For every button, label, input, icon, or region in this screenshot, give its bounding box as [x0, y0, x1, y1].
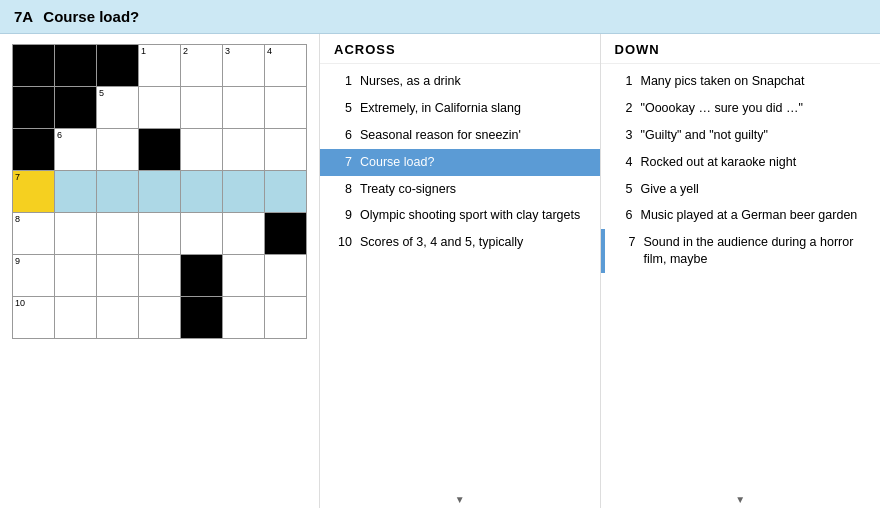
down-scroll-icon: ▼: [735, 494, 745, 505]
down-clue-item[interactable]: 2"Ooookay … sure you did …": [601, 95, 881, 122]
clue-text: Nurses, as a drink: [360, 73, 586, 90]
grid-cell[interactable]: [181, 171, 223, 213]
grid-cell[interactable]: [181, 255, 223, 297]
across-clue-item[interactable]: 8Treaty co-signers: [320, 176, 600, 203]
grid-cell[interactable]: 3: [223, 45, 265, 87]
grid-cell[interactable]: [55, 87, 97, 129]
grid-cell[interactable]: [181, 213, 223, 255]
cell-number: 9: [15, 257, 20, 266]
cell-number: 4: [267, 47, 272, 56]
cell-number: 8: [15, 215, 20, 224]
grid-cell[interactable]: [265, 255, 307, 297]
grid-cell[interactable]: 2: [181, 45, 223, 87]
across-clue-item[interactable]: 5Extremely, in California slang: [320, 95, 600, 122]
grid-cell[interactable]: [223, 213, 265, 255]
clue-number: 2: [611, 100, 633, 117]
down-clue-item[interactable]: 5Give a yell: [601, 176, 881, 203]
across-clue-item[interactable]: 9Olympic shooting sport with clay target…: [320, 202, 600, 229]
grid-cell[interactable]: [13, 87, 55, 129]
grid-cell[interactable]: 5: [97, 87, 139, 129]
across-list[interactable]: 1Nurses, as a drink5Extremely, in Califo…: [320, 64, 600, 491]
grid-cell[interactable]: [265, 297, 307, 339]
clue-number: 1: [611, 73, 633, 90]
down-list[interactable]: 1Many pics taken on Snapchat2"Ooookay … …: [601, 64, 881, 491]
grid-cell[interactable]: [181, 129, 223, 171]
down-header: DOWN: [601, 34, 881, 64]
clue-text: "Ooookay … sure you did …": [641, 100, 867, 117]
down-scroll-down[interactable]: ▼: [601, 491, 881, 508]
clue-text: Extremely, in California slang: [360, 100, 586, 117]
grid-cell[interactable]: [97, 129, 139, 171]
clue-text: Many pics taken on Snapchat: [641, 73, 867, 90]
down-column: DOWN 1Many pics taken on Snapchat2"Ooook…: [600, 34, 881, 508]
grid-cell[interactable]: [139, 129, 181, 171]
grid-cell[interactable]: 4: [265, 45, 307, 87]
down-clue-item[interactable]: 7Sound in the audience during a horror f…: [601, 229, 881, 273]
grid-cell[interactable]: 7: [13, 171, 55, 213]
cell-number: 2: [183, 47, 188, 56]
clue-text: Rocked out at karaoke night: [641, 154, 867, 171]
clue-number: 3: [611, 127, 633, 144]
across-column: ACROSS 1Nurses, as a drink5Extremely, in…: [320, 34, 600, 508]
grid-cell[interactable]: [55, 255, 97, 297]
clue-text: Scores of 3, 4 and 5, typically: [360, 234, 586, 251]
grid-cell[interactable]: [181, 297, 223, 339]
across-clue-item[interactable]: 1Nurses, as a drink: [320, 68, 600, 95]
grid-cell[interactable]: [265, 87, 307, 129]
grid-cell[interactable]: 1: [139, 45, 181, 87]
grid-cell[interactable]: [55, 45, 97, 87]
clue-text: Course load?: [360, 154, 586, 171]
across-header: ACROSS: [320, 34, 600, 64]
header-clue-text: Course load?: [43, 8, 139, 25]
clue-number: 5: [611, 181, 633, 198]
grid-cell[interactable]: [265, 129, 307, 171]
grid-cell[interactable]: 8: [13, 213, 55, 255]
grid-cell[interactable]: [139, 171, 181, 213]
grid-cell[interactable]: [181, 87, 223, 129]
clue-text: Olympic shooting sport with clay targets: [360, 207, 586, 224]
down-clue-item[interactable]: 6Music played at a German beer garden: [601, 202, 881, 229]
clue-text: Give a yell: [641, 181, 867, 198]
grid-cell[interactable]: [97, 213, 139, 255]
grid-cell[interactable]: [13, 45, 55, 87]
across-clue-item[interactable]: 6Seasonal reason for sneezin': [320, 122, 600, 149]
grid-cell[interactable]: [97, 255, 139, 297]
grid-cell[interactable]: [97, 171, 139, 213]
grid-cell[interactable]: [265, 171, 307, 213]
clue-number: 6: [330, 127, 352, 144]
grid-cell[interactable]: [223, 87, 265, 129]
grid-cell[interactable]: [139, 87, 181, 129]
main-content: 12345678910 ACROSS 1Nurses, as a drink5E…: [0, 34, 880, 508]
down-clue-item[interactable]: 4Rocked out at karaoke night: [601, 149, 881, 176]
grid-cell[interactable]: 9: [13, 255, 55, 297]
grid-cell[interactable]: [55, 213, 97, 255]
clue-header: 7A Course load?: [0, 0, 880, 34]
across-clue-item[interactable]: 10Scores of 3, 4 and 5, typically: [320, 229, 600, 256]
grid-cell[interactable]: [223, 171, 265, 213]
grid-cell[interactable]: [139, 213, 181, 255]
clue-number: 4: [611, 154, 633, 171]
grid-cell[interactable]: [97, 45, 139, 87]
scroll-down-icon: ▼: [455, 494, 465, 505]
cell-number: 10: [15, 299, 25, 308]
across-scroll-down[interactable]: ▼: [320, 491, 600, 508]
grid-cell[interactable]: [139, 297, 181, 339]
cell-number: 7: [15, 173, 20, 182]
grid-cell[interactable]: [55, 297, 97, 339]
cell-number: 6: [57, 131, 62, 140]
grid-cell[interactable]: [55, 171, 97, 213]
down-clue-item[interactable]: 1Many pics taken on Snapchat: [601, 68, 881, 95]
grid-cell[interactable]: [97, 297, 139, 339]
grid-cell[interactable]: [265, 213, 307, 255]
grid-cell[interactable]: [223, 255, 265, 297]
down-clue-item[interactable]: 3"Guilty" and "not guilty": [601, 122, 881, 149]
crossword-grid: 12345678910: [12, 44, 307, 339]
across-clue-item[interactable]: 7Course load?: [320, 149, 600, 176]
grid-cell[interactable]: [13, 129, 55, 171]
grid-cell[interactable]: [223, 297, 265, 339]
grid-cell[interactable]: 10: [13, 297, 55, 339]
grid-cell[interactable]: [223, 129, 265, 171]
grid-cell[interactable]: [139, 255, 181, 297]
clues-section: ACROSS 1Nurses, as a drink5Extremely, in…: [319, 34, 880, 508]
grid-cell[interactable]: 6: [55, 129, 97, 171]
